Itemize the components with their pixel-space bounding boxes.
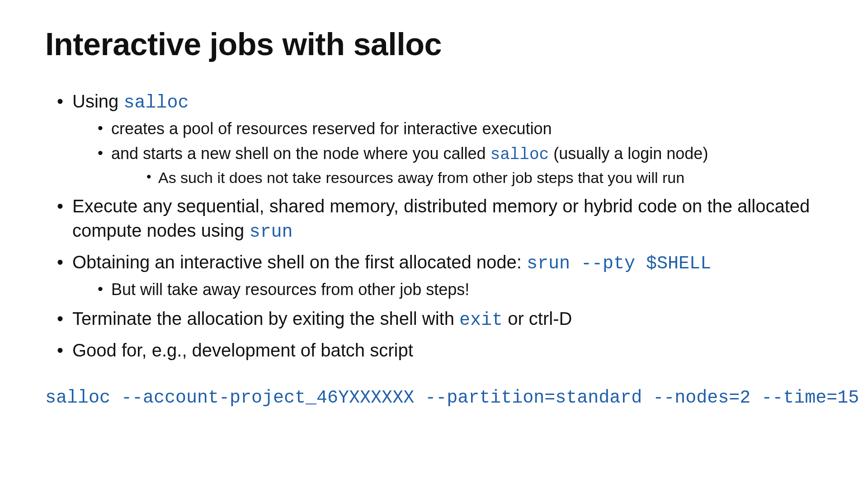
bullet-take-away-resources: But will take away resources from other …: [95, 279, 823, 301]
text-new-shell-suffix: (usually a login node): [549, 144, 708, 163]
text-new-shell-prefix: and starts a new shell on the node where…: [111, 144, 491, 163]
bullet-no-resources-taken: As such it does not take resources away …: [143, 168, 823, 188]
text-using: Using: [72, 91, 123, 111]
code-salloc: salloc: [123, 93, 189, 113]
command-example: salloc --account-project_46YXXXXXX --par…: [45, 388, 823, 408]
sub-bullet-list-2: But will take away resources from other …: [72, 279, 823, 301]
bullet-interactive-shell: Obtaining an interactive shell on the fi…: [54, 250, 823, 301]
slide: Interactive jobs with salloc Using sallo…: [0, 0, 868, 488]
bullet-execute-srun: Execute any sequential, shared memory, d…: [54, 194, 823, 244]
code-srun: srun: [249, 222, 292, 242]
bullet-list: Using salloc creates a pool of resources…: [45, 89, 823, 362]
sub-sub-bullet-list: As such it does not take resources away …: [111, 168, 823, 188]
text-terminate-suffix: or ctrl-D: [503, 309, 572, 328]
text-execute-prefix: Execute any sequential, shared memory, d…: [72, 196, 810, 240]
bullet-using-salloc: Using salloc creates a pool of resources…: [54, 89, 823, 188]
code-salloc-inline: salloc: [491, 145, 549, 164]
text-obtain-prefix: Obtaining an interactive shell on the fi…: [72, 252, 527, 272]
code-srun-pty: srun --pty $SHELL: [527, 253, 711, 274]
text-terminate-prefix: Terminate the allocation by exiting the …: [72, 309, 459, 328]
bullet-good-for: Good for, e.g., development of batch scr…: [54, 338, 823, 362]
bullet-terminate: Terminate the allocation by exiting the …: [54, 306, 823, 333]
slide-title: Interactive jobs with salloc: [45, 27, 823, 62]
bullet-new-shell: and starts a new shell on the node where…: [95, 143, 823, 188]
code-exit: exit: [459, 310, 503, 330]
sub-bullet-list: creates a pool of resources reserved for…: [72, 118, 823, 188]
bullet-pool-resources: creates a pool of resources reserved for…: [95, 118, 823, 140]
